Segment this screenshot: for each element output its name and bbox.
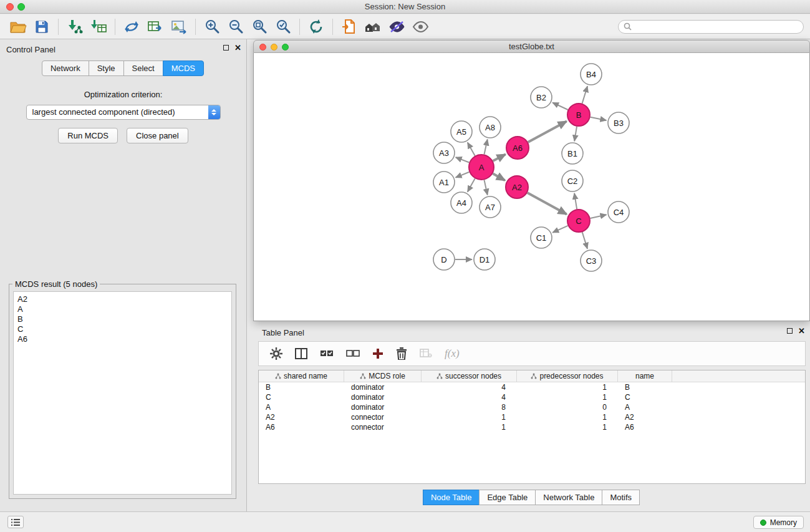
graph-node[interactable]: A2 [506,176,528,198]
graph-node[interactable]: A5 [451,121,472,142]
graph-edge[interactable] [528,122,567,143]
graph-edge[interactable] [468,142,475,155]
graph-node[interactable]: B [567,104,590,126]
run-mcds-button[interactable]: Run MCDS [58,128,118,143]
column-header-mcds-role[interactable]: MCDS role [344,370,422,382]
graph-edge[interactable] [528,193,567,214]
graph-node[interactable]: C1 [531,227,552,248]
graph-node[interactable]: B4 [581,64,602,85]
search-field[interactable] [618,20,804,34]
graph-edge[interactable] [574,127,577,142]
graph-edge[interactable] [552,226,568,233]
table-settings-icon[interactable] [270,347,282,360]
table-row[interactable]: A6connector11A6 [259,422,805,432]
show-details-icon[interactable] [408,17,432,37]
graph-node[interactable]: B3 [608,112,629,133]
column-header-shared-name[interactable]: shared name [259,370,344,382]
table-cell[interactable]: A [618,402,672,412]
graph-node[interactable]: A6 [506,137,529,159]
table-cell[interactable]: A2 [259,412,344,422]
network-canvas[interactable]: AA1A2A3A4A5A6A7A8BB1B2B3B4CC1C2C3C4DD1 [253,53,810,321]
zoom-fit-icon[interactable] [248,17,271,37]
table-cell[interactable]: A6 [618,422,672,432]
table-cell[interactable]: A6 [259,422,344,432]
graph-node[interactable]: B1 [562,143,583,164]
mcds-result-item[interactable]: A [17,304,228,314]
graph-edge[interactable] [574,193,577,209]
graph-edge[interactable] [591,215,607,218]
network-from-url-icon[interactable] [120,17,143,37]
task-history-button[interactable] [7,516,24,528]
graph-node[interactable]: C3 [581,250,602,271]
hide-details-icon[interactable] [385,17,408,37]
graph-node[interactable]: A1 [433,172,455,193]
close-panel-icon[interactable]: ✕ [234,45,241,51]
table-cell[interactable]: connector [344,412,422,422]
table-cell[interactable]: A2 [618,412,672,422]
tab-network[interactable]: Network [42,60,89,76]
import-table-icon[interactable] [87,17,110,37]
mcds-result-list[interactable]: A2ABCA6 [13,291,232,495]
graph-node[interactable]: A7 [480,196,501,218]
save-session-icon[interactable] [30,17,54,37]
table-from-url-icon[interactable] [143,17,167,37]
open-session-icon[interactable] [6,17,30,37]
table-cell[interactable]: 8 [422,402,517,412]
float-panel-icon[interactable] [787,328,793,334]
mcds-result-item[interactable]: A6 [17,334,228,344]
table-cell[interactable]: 1 [517,382,618,392]
function-builder-icon[interactable]: f(x) [445,347,460,360]
mcds-result-item[interactable]: C [17,324,228,334]
graph-edge[interactable] [456,157,470,162]
table-row[interactable]: Cdominator41C [259,392,805,402]
graph-edge[interactable] [485,140,488,155]
network-zoom-button[interactable] [282,44,289,51]
close-panel-icon[interactable]: ✕ [798,328,805,334]
mcds-result-item[interactable]: B [17,314,228,324]
zoom-in-icon[interactable] [200,17,224,37]
graph-node[interactable]: C4 [608,201,629,223]
graph-edge[interactable] [485,180,488,195]
graph-node[interactable]: C2 [562,170,583,191]
tab-style[interactable]: Style [89,60,124,76]
tab-mcds[interactable]: MCDS [163,60,204,76]
table-cell[interactable]: A [259,402,344,412]
deselect-all-rows-icon[interactable] [346,349,360,358]
graph-edge[interactable] [582,232,587,249]
table-cell[interactable]: 1 [517,422,618,432]
column-header-name[interactable]: name [618,370,672,382]
table-row[interactable]: Adominator80A [259,402,805,412]
graph-node[interactable]: A4 [451,192,472,213]
table-cell[interactable]: 4 [422,382,517,392]
graph-edge[interactable] [493,154,506,161]
graph-edge[interactable] [591,117,607,120]
table-cell[interactable]: C [618,392,672,402]
table-cell[interactable]: dominator [344,382,422,392]
table-cell[interactable]: 1 [422,412,517,422]
column-header-predecessor-nodes[interactable]: predecessor nodes [517,370,618,382]
graph-edge[interactable] [552,103,568,110]
mcds-result-item[interactable]: A2 [17,294,228,304]
table-cell[interactable]: dominator [344,392,422,402]
network-minimize-button[interactable] [271,44,277,51]
table-cell[interactable]: 1 [517,392,618,402]
table-cell[interactable]: dominator [344,402,422,412]
table-cell[interactable]: B [618,382,672,392]
table-row[interactable]: Bdominator41B [259,382,805,392]
zoom-out-icon[interactable] [224,17,248,37]
tab-network-table[interactable]: Network Table [535,490,602,505]
graph-node[interactable]: A8 [480,117,501,138]
import-network-icon[interactable] [63,17,87,37]
home-network-icon[interactable] [361,17,385,37]
delete-columns-icon[interactable] [396,347,407,360]
close-panel-button[interactable]: Close panel [127,128,188,143]
graph-node[interactable]: D1 [474,249,495,270]
select-all-rows-icon[interactable] [320,349,334,358]
column-header-successor-nodes[interactable]: successor nodes [422,370,517,382]
memory-button[interactable]: Memory [753,516,804,529]
search-input[interactable] [635,22,798,31]
tab-motifs[interactable]: Motifs [602,490,640,505]
table-cell[interactable]: C [259,392,344,402]
graph-node[interactable]: B2 [531,87,552,108]
graph-edge[interactable] [456,172,470,178]
